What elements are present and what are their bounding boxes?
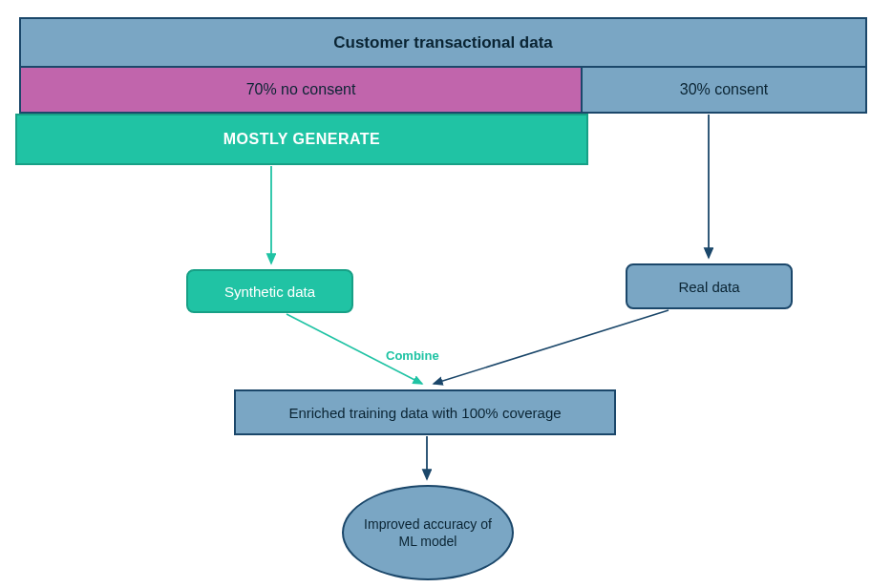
improved-ellipse: Improved accuracy of ML model bbox=[342, 485, 514, 580]
diagram-container: Customer transactional data 70% no conse… bbox=[0, 0, 892, 588]
header-title: Customer transactional data bbox=[333, 33, 553, 52]
real-data-box: Real data bbox=[626, 263, 793, 309]
generate-box: MOSTLY GENERATE bbox=[15, 114, 588, 165]
consent-label: 30% consent bbox=[680, 81, 769, 98]
header-box: Customer transactional data bbox=[19, 17, 867, 68]
real-label: Real data bbox=[678, 279, 739, 295]
combine-label: Combine bbox=[386, 348, 439, 363]
no-consent-label: 70% no consent bbox=[246, 81, 356, 98]
synthetic-label: Synthetic data bbox=[224, 284, 315, 300]
no-consent-box: 70% no consent bbox=[19, 68, 583, 114]
synthetic-data-box: Synthetic data bbox=[186, 269, 353, 313]
enriched-label: Enriched training data with 100% coverag… bbox=[288, 405, 561, 421]
consent-box: 30% consent bbox=[583, 68, 867, 114]
improved-label: Improved accuracy of ML model bbox=[363, 515, 493, 550]
enriched-box: Enriched training data with 100% coverag… bbox=[234, 389, 616, 435]
arrow-real-to-enriched bbox=[434, 310, 669, 384]
generate-label: MOSTLY GENERATE bbox=[223, 131, 381, 148]
